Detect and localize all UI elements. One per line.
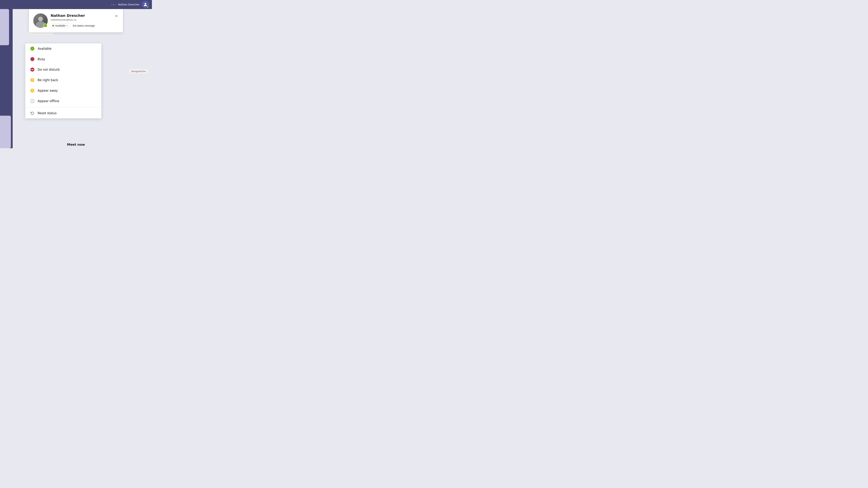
reset-status-label: Reset status bbox=[38, 111, 57, 115]
profile-avatar-wrap bbox=[33, 13, 48, 28]
set-status-message-button[interactable]: Set status message bbox=[71, 24, 96, 28]
appear-offline-label: Appear offline bbox=[38, 99, 59, 103]
avatar-status-badge bbox=[147, 6, 149, 8]
reset-status-icon bbox=[30, 111, 34, 115]
chevron-down-icon: ▾ bbox=[66, 25, 67, 27]
profile-header: Nathan Drescher natedrescher@live.ca Ava… bbox=[33, 13, 119, 28]
reset-status-item[interactable]: Reset status bbox=[25, 108, 101, 119]
svg-point-0 bbox=[145, 3, 146, 4]
status-item-busy[interactable]: Busy bbox=[25, 54, 101, 64]
top-nav-bar: ··· Nathan Drescher bbox=[0, 0, 152, 9]
purple-accent-left bbox=[0, 9, 9, 45]
be-right-back-icon bbox=[30, 78, 34, 82]
appear-offline-icon bbox=[30, 99, 34, 103]
status-dot-green bbox=[52, 25, 54, 27]
available-icon bbox=[30, 46, 34, 51]
status-item-appear-away[interactable]: Appear away bbox=[25, 85, 101, 96]
more-options-button[interactable]: ··· bbox=[111, 2, 116, 7]
header-avatar[interactable] bbox=[142, 1, 149, 8]
appear-away-icon bbox=[30, 89, 34, 93]
header-username: Nathan Drescher bbox=[118, 3, 140, 6]
status-item-available[interactable]: Available bbox=[25, 43, 101, 54]
status-item-be-right-back[interactable]: Be right back bbox=[25, 75, 101, 85]
busy-icon bbox=[30, 57, 34, 61]
status-item-dnd[interactable]: Do not disturb bbox=[25, 64, 101, 75]
appear-away-label: Appear away bbox=[38, 89, 58, 92]
profile-panel: Nathan Drescher natedrescher@live.ca Ava… bbox=[29, 9, 123, 32]
status-available-label: Available bbox=[55, 24, 65, 27]
edit-profile-button[interactable]: ✏ bbox=[115, 13, 119, 19]
purple-accent-bottom bbox=[0, 116, 11, 148]
meet-now-text: Meet now bbox=[67, 142, 85, 147]
busy-label: Busy bbox=[38, 57, 45, 61]
profile-status-row: Available ▾ Set status message bbox=[51, 23, 112, 28]
dnd-icon bbox=[30, 68, 34, 72]
be-right-back-label: Be right back bbox=[38, 78, 58, 82]
status-item-appear-offline[interactable]: Appear offline bbox=[25, 96, 101, 106]
available-label: Available bbox=[38, 47, 52, 51]
profile-name: Nathan Drescher bbox=[51, 13, 112, 18]
profile-email: natedrescher@live.ca bbox=[51, 19, 112, 21]
profile-info: Nathan Drescher natedrescher@live.ca Ava… bbox=[51, 13, 112, 28]
status-dropdown-button[interactable]: Available ▾ bbox=[51, 23, 69, 28]
bg-tooltip: Designtechn bbox=[129, 69, 148, 74]
status-dropdown-menu: Available Busy Do not disturb Be right b… bbox=[25, 43, 101, 119]
profile-status-badge-green bbox=[43, 24, 48, 28]
dnd-label: Do not disturb bbox=[38, 68, 60, 71]
